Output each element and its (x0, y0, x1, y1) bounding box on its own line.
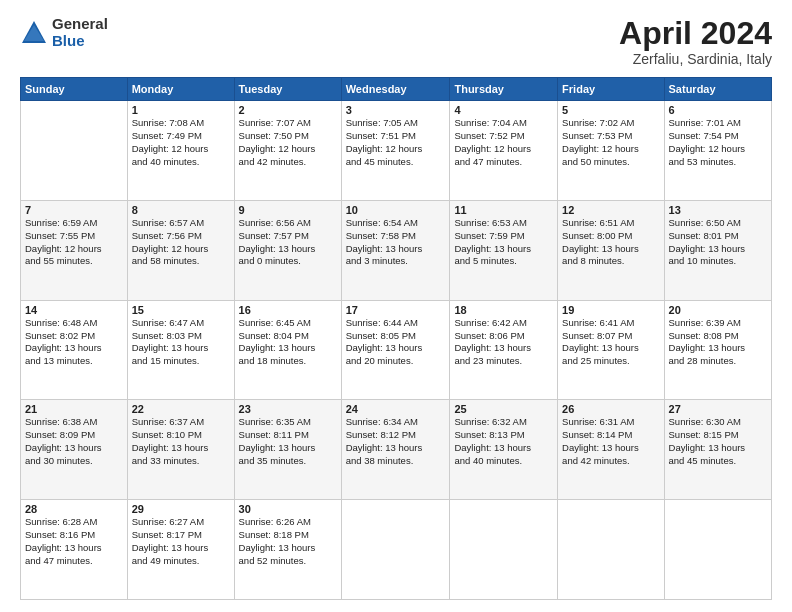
day-info: Sunrise: 6:38 AM Sunset: 8:09 PM Dayligh… (25, 416, 123, 467)
day-number: 11 (454, 204, 553, 216)
header: General Blue April 2024 Zerfaliu, Sardin… (20, 16, 772, 67)
day-number: 14 (25, 304, 123, 316)
day-cell: 24Sunrise: 6:34 AM Sunset: 8:12 PM Dayli… (341, 400, 450, 500)
location: Zerfaliu, Sardinia, Italy (619, 51, 772, 67)
day-info: Sunrise: 6:26 AM Sunset: 8:18 PM Dayligh… (239, 516, 337, 567)
weekday-header-row: SundayMondayTuesdayWednesdayThursdayFrid… (21, 78, 772, 101)
day-number: 26 (562, 403, 659, 415)
day-cell: 16Sunrise: 6:45 AM Sunset: 8:04 PM Dayli… (234, 300, 341, 400)
day-info: Sunrise: 6:30 AM Sunset: 8:15 PM Dayligh… (669, 416, 767, 467)
day-info: Sunrise: 7:08 AM Sunset: 7:49 PM Dayligh… (132, 117, 230, 168)
day-info: Sunrise: 6:56 AM Sunset: 7:57 PM Dayligh… (239, 217, 337, 268)
day-number: 27 (669, 403, 767, 415)
day-number: 1 (132, 104, 230, 116)
day-number: 9 (239, 204, 337, 216)
day-info: Sunrise: 6:45 AM Sunset: 8:04 PM Dayligh… (239, 317, 337, 368)
day-cell: 20Sunrise: 6:39 AM Sunset: 8:08 PM Dayli… (664, 300, 771, 400)
day-number: 15 (132, 304, 230, 316)
day-info: Sunrise: 6:31 AM Sunset: 8:14 PM Dayligh… (562, 416, 659, 467)
day-info: Sunrise: 6:34 AM Sunset: 8:12 PM Dayligh… (346, 416, 446, 467)
day-number: 23 (239, 403, 337, 415)
day-number: 16 (239, 304, 337, 316)
day-number: 30 (239, 503, 337, 515)
day-number: 13 (669, 204, 767, 216)
weekday-header-tuesday: Tuesday (234, 78, 341, 101)
day-number: 7 (25, 204, 123, 216)
weekday-header-sunday: Sunday (21, 78, 128, 101)
day-info: Sunrise: 6:48 AM Sunset: 8:02 PM Dayligh… (25, 317, 123, 368)
title-block: April 2024 Zerfaliu, Sardinia, Italy (619, 16, 772, 67)
logo-text: General Blue (52, 16, 108, 49)
day-info: Sunrise: 6:53 AM Sunset: 7:59 PM Dayligh… (454, 217, 553, 268)
day-number: 20 (669, 304, 767, 316)
day-info: Sunrise: 6:37 AM Sunset: 8:10 PM Dayligh… (132, 416, 230, 467)
weekday-header-thursday: Thursday (450, 78, 558, 101)
day-cell (664, 500, 771, 600)
day-info: Sunrise: 6:39 AM Sunset: 8:08 PM Dayligh… (669, 317, 767, 368)
weekday-header-friday: Friday (558, 78, 664, 101)
day-number: 2 (239, 104, 337, 116)
day-cell: 21Sunrise: 6:38 AM Sunset: 8:09 PM Dayli… (21, 400, 128, 500)
day-cell: 12Sunrise: 6:51 AM Sunset: 8:00 PM Dayli… (558, 200, 664, 300)
day-cell: 25Sunrise: 6:32 AM Sunset: 8:13 PM Dayli… (450, 400, 558, 500)
day-cell: 10Sunrise: 6:54 AM Sunset: 7:58 PM Dayli… (341, 200, 450, 300)
day-cell: 11Sunrise: 6:53 AM Sunset: 7:59 PM Dayli… (450, 200, 558, 300)
day-number: 19 (562, 304, 659, 316)
day-number: 24 (346, 403, 446, 415)
day-info: Sunrise: 6:57 AM Sunset: 7:56 PM Dayligh… (132, 217, 230, 268)
day-cell: 19Sunrise: 6:41 AM Sunset: 8:07 PM Dayli… (558, 300, 664, 400)
weekday-header-saturday: Saturday (664, 78, 771, 101)
week-row-3: 14Sunrise: 6:48 AM Sunset: 8:02 PM Dayli… (21, 300, 772, 400)
week-row-2: 7Sunrise: 6:59 AM Sunset: 7:55 PM Daylig… (21, 200, 772, 300)
day-number: 17 (346, 304, 446, 316)
day-info: Sunrise: 6:47 AM Sunset: 8:03 PM Dayligh… (132, 317, 230, 368)
day-cell: 7Sunrise: 6:59 AM Sunset: 7:55 PM Daylig… (21, 200, 128, 300)
day-cell: 4Sunrise: 7:04 AM Sunset: 7:52 PM Daylig… (450, 101, 558, 201)
day-cell: 23Sunrise: 6:35 AM Sunset: 8:11 PM Dayli… (234, 400, 341, 500)
day-info: Sunrise: 6:59 AM Sunset: 7:55 PM Dayligh… (25, 217, 123, 268)
day-cell: 28Sunrise: 6:28 AM Sunset: 8:16 PM Dayli… (21, 500, 128, 600)
day-info: Sunrise: 6:54 AM Sunset: 7:58 PM Dayligh… (346, 217, 446, 268)
day-cell: 9Sunrise: 6:56 AM Sunset: 7:57 PM Daylig… (234, 200, 341, 300)
day-cell: 30Sunrise: 6:26 AM Sunset: 8:18 PM Dayli… (234, 500, 341, 600)
day-cell: 22Sunrise: 6:37 AM Sunset: 8:10 PM Dayli… (127, 400, 234, 500)
logo: General Blue (20, 16, 108, 49)
day-number: 12 (562, 204, 659, 216)
day-cell: 14Sunrise: 6:48 AM Sunset: 8:02 PM Dayli… (21, 300, 128, 400)
svg-marker-1 (24, 25, 44, 41)
day-info: Sunrise: 7:07 AM Sunset: 7:50 PM Dayligh… (239, 117, 337, 168)
day-number: 22 (132, 403, 230, 415)
day-info: Sunrise: 6:28 AM Sunset: 8:16 PM Dayligh… (25, 516, 123, 567)
day-info: Sunrise: 6:41 AM Sunset: 8:07 PM Dayligh… (562, 317, 659, 368)
day-info: Sunrise: 6:51 AM Sunset: 8:00 PM Dayligh… (562, 217, 659, 268)
day-cell: 6Sunrise: 7:01 AM Sunset: 7:54 PM Daylig… (664, 101, 771, 201)
day-info: Sunrise: 6:50 AM Sunset: 8:01 PM Dayligh… (669, 217, 767, 268)
page: General Blue April 2024 Zerfaliu, Sardin… (0, 0, 792, 612)
day-cell (450, 500, 558, 600)
day-number: 5 (562, 104, 659, 116)
day-info: Sunrise: 7:04 AM Sunset: 7:52 PM Dayligh… (454, 117, 553, 168)
day-number: 21 (25, 403, 123, 415)
weekday-header-monday: Monday (127, 78, 234, 101)
day-cell: 8Sunrise: 6:57 AM Sunset: 7:56 PM Daylig… (127, 200, 234, 300)
week-row-1: 1Sunrise: 7:08 AM Sunset: 7:49 PM Daylig… (21, 101, 772, 201)
day-cell: 26Sunrise: 6:31 AM Sunset: 8:14 PM Dayli… (558, 400, 664, 500)
day-info: Sunrise: 7:05 AM Sunset: 7:51 PM Dayligh… (346, 117, 446, 168)
day-number: 29 (132, 503, 230, 515)
day-info: Sunrise: 7:01 AM Sunset: 7:54 PM Dayligh… (669, 117, 767, 168)
day-cell: 5Sunrise: 7:02 AM Sunset: 7:53 PM Daylig… (558, 101, 664, 201)
day-cell: 1Sunrise: 7:08 AM Sunset: 7:49 PM Daylig… (127, 101, 234, 201)
day-cell (558, 500, 664, 600)
day-number: 10 (346, 204, 446, 216)
week-row-5: 28Sunrise: 6:28 AM Sunset: 8:16 PM Dayli… (21, 500, 772, 600)
day-number: 6 (669, 104, 767, 116)
day-cell: 3Sunrise: 7:05 AM Sunset: 7:51 PM Daylig… (341, 101, 450, 201)
day-cell: 15Sunrise: 6:47 AM Sunset: 8:03 PM Dayli… (127, 300, 234, 400)
day-number: 8 (132, 204, 230, 216)
day-cell: 18Sunrise: 6:42 AM Sunset: 8:06 PM Dayli… (450, 300, 558, 400)
day-cell (21, 101, 128, 201)
day-cell: 29Sunrise: 6:27 AM Sunset: 8:17 PM Dayli… (127, 500, 234, 600)
day-cell (341, 500, 450, 600)
day-number: 18 (454, 304, 553, 316)
day-cell: 27Sunrise: 6:30 AM Sunset: 8:15 PM Dayli… (664, 400, 771, 500)
